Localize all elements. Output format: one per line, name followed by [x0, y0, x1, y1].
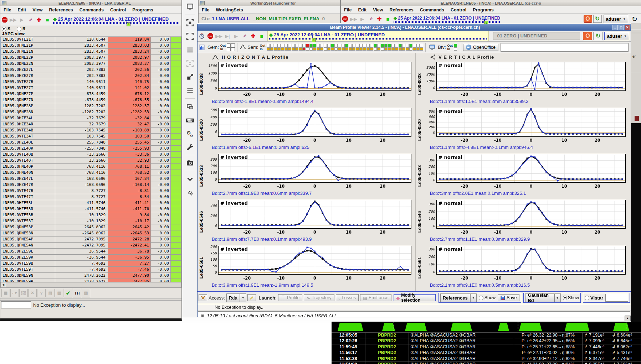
acquire-square-button[interactable]: ■ — [258, 32, 265, 40]
table-row[interactable]: LNE05.DVTE27T-140.9611-141.02-0.00 — [1, 85, 181, 91]
menu-edit[interactable]: Edit — [355, 7, 370, 12]
center-focus-icon[interactable] — [185, 18, 195, 27]
edit-pencil-button[interactable]: ✎ — [27, 16, 34, 24]
menu-icon[interactable] — [185, 45, 195, 54]
text-format-icon[interactable]: TH — [73, 289, 81, 297]
menu-edit[interactable]: Edit — [15, 7, 30, 12]
table-row[interactable]: LNE05.QFNE28P1282.72021282.370.00 — [1, 103, 181, 109]
menu-workingsets[interactable]: WorkingSets — [213, 7, 246, 12]
scroll-up-button[interactable]: ▲ — [625, 316, 631, 321]
table-row[interactable]: LNE05.QFNE54N-2472.7095-2472.410.00 — [1, 243, 181, 249]
horizontal-scrollbar[interactable]: ◀ — [0, 282, 181, 288]
references-show-radio[interactable] — [479, 296, 483, 300]
settings-gears-icon[interactable]: ⚙⚙ — [185, 129, 195, 138]
menu-references[interactable]: References — [386, 7, 416, 12]
menu2-icon[interactable] — [185, 86, 195, 95]
profile-dropdown-icon[interactable]: ⌐▾ — [10, 289, 19, 297]
help-icon[interactable]: ? — [37, 289, 46, 297]
stop-button[interactable]: STOP — [207, 32, 214, 40]
fit-dropdown[interactable]: Gaussian Bd — [525, 293, 554, 302]
menu-commands[interactable]: Commands — [417, 7, 447, 12]
launch-trajectory-button[interactable]: ∿Trajectory — [304, 294, 334, 301]
acquire-square-button[interactable]: ■ — [44, 16, 51, 24]
maximize-button[interactable]: □ — [619, 25, 624, 30]
add-button[interactable]: ✚ — [35, 16, 42, 24]
table-row[interactable]: LNE05.QDNE53N-2645.8962-2645.530.00 — [1, 230, 181, 236]
radio-r[interactable] — [17, 27, 21, 31]
table-row[interactable]: LNE05.DVTE59B7.46927.27-0.00 — [1, 261, 181, 267]
table-row[interactable]: LNE05.QFNE40P768.4116768.110.00 — [1, 164, 181, 170]
acquire-square-button[interactable]: ■ — [384, 15, 391, 22]
tools-icon[interactable]: ✕ — [28, 289, 37, 297]
menu-commands[interactable]: Commands — [76, 7, 107, 12]
table-row[interactable]: LNE05.QFNE21N-2833.4507-2833.24-0.00 — [1, 49, 181, 55]
chevron-down-icon[interactable] — [185, 175, 195, 184]
table-row[interactable]: LNE05.QDNE59P2478.26222477.850.00 — [1, 279, 181, 282]
power-off-button[interactable]: O — [583, 32, 592, 40]
fullscreen-icon[interactable] — [185, 32, 195, 41]
modify-selection-button[interactable]: ◈Modify selection — [394, 294, 436, 301]
exception-filter-field[interactable] — [1, 301, 31, 308]
menu-file[interactable]: File — [199, 7, 213, 12]
gem-out-checkbox[interactable] — [227, 43, 231, 47]
menu-control[interactable]: Control — [447, 7, 470, 12]
openoffice-button[interactable]: OpenOffice — [463, 44, 498, 51]
fast-forward-button[interactable]: ▶▶ — [350, 15, 357, 22]
table-row[interactable]: LNE05.DHZE34R32.767932.47-0.00 — [1, 121, 181, 128]
access-tools-icon[interactable]: ⚒ — [199, 294, 207, 301]
table-row[interactable]: LNE05.QDNE53P2645.89622645.420.00 — [1, 224, 181, 230]
table-row[interactable]: LNE05.DVTE40T33.266632.93-0.00 — [1, 158, 181, 164]
user-dropdown[interactable]: aduser▼ — [604, 32, 629, 40]
menu-file[interactable]: File — [341, 7, 355, 12]
table-row[interactable]: LNE05.DHZE34L-32.7679-32.840.00 — [1, 115, 181, 121]
profile-plot[interactable] — [424, 107, 627, 144]
fast-forward-button[interactable]: ▶▶ — [10, 16, 17, 24]
profile-plot[interactable] — [424, 245, 627, 282]
minimize-button[interactable]: _ — [612, 25, 618, 30]
table-row[interactable]: LNE05.DHZE53R-411.5746-411.700.00 — [1, 206, 181, 212]
menu-control[interactable]: Control — [107, 7, 129, 12]
titlebar[interactable]: Beam Profile Viewer 2.14.5 - (INCA) - LN… — [198, 24, 631, 31]
skip-button[interactable]: ▶| — [224, 32, 231, 40]
table-row[interactable]: LNE05.DHZE53L411.5746411.410.00 — [1, 200, 181, 206]
edit-access-button[interactable]: ✎ — [247, 294, 256, 301]
table-row[interactable]: LNE05.DVTE21T120.0544119.840.00 — [1, 37, 181, 43]
table-row[interactable]: LNE05.DVTE47T8.77278.54-0.00 — [1, 194, 181, 200]
edit-pencil-button[interactable]: ✎ — [367, 15, 374, 22]
table-row[interactable]: LNE05.DHZE59L36.954436.78-0.00 — [1, 249, 181, 255]
display-icon[interactable] — [185, 2, 195, 11]
table-row[interactable]: LNE05.DVTE27B140.9611140.75-0.00 — [1, 79, 181, 85]
table-row[interactable]: LNE05.QDNE59N-2478.2622-2477.900.00 — [1, 273, 181, 279]
table-row[interactable]: LNE05.DVTE40B-33.2666-33.360.00 — [1, 152, 181, 158]
user-dropdown[interactable]: aduser▼ — [604, 15, 629, 23]
grid-icon[interactable]: ▥ — [55, 289, 63, 297]
camera-icon[interactable] — [185, 158, 195, 168]
refresh-button[interactable]: ↻ — [593, 32, 602, 40]
menu-view[interactable]: View — [29, 7, 46, 12]
table-row[interactable]: LNE05.QFNE54P2472.70952472.280.00 — [1, 236, 181, 243]
wrench-icon[interactable] — [185, 142, 195, 152]
menu-view[interactable]: View — [370, 7, 386, 12]
ctx-value[interactable]: 1 LNA.USER.ALL — [212, 16, 250, 21]
access-dropdown[interactable]: Rda — [226, 293, 240, 302]
window-overlap-icon[interactable] — [185, 102, 195, 111]
launch-emittance-button[interactable]: ▦Emittance — [360, 294, 391, 301]
profile-plot[interactable] — [424, 199, 627, 236]
table-row[interactable]: LNE05.DVTE34T103.7545103.500.00 — [1, 134, 181, 140]
refresh-button[interactable]: ↻ — [593, 15, 602, 23]
references-dropdown[interactable]: References — [440, 293, 470, 302]
references-dropdown-arrow[interactable]: ▼ — [470, 293, 477, 302]
table-row[interactable]: LNE05.QDNE22N-2083.3977-2083.370.00 — [1, 61, 181, 67]
stop-button[interactable]: STOP — [342, 15, 349, 22]
table-row[interactable]: LNE05.QDNE22P2083.39772082.970.00 — [1, 55, 181, 61]
table-row[interactable]: LNE05.DHZE27L202.7883202.56-0.00 — [1, 67, 181, 73]
table-row[interactable]: LNE05.DVTE53B10.13299.84-0.00 — [1, 212, 181, 218]
blank-icon[interactable]: ▧ — [82, 289, 90, 297]
broken-link-icon[interactable] — [185, 188, 195, 197]
access-dropdown-arrow[interactable]: ▼ — [240, 293, 246, 302]
close-button[interactable]: ✕ — [625, 25, 630, 30]
titlebar[interactable]: ELENAUSR:LNE05 - (INCA) - LNA.USER.ALL (… — [341, 0, 641, 6]
stop-button[interactable]: STOP — [1, 16, 8, 24]
play-button[interactable]: ▶ — [18, 16, 25, 24]
table-row[interactable]: LNE05.QFNE40N-768.4116-768.52-0.00 — [1, 170, 181, 176]
